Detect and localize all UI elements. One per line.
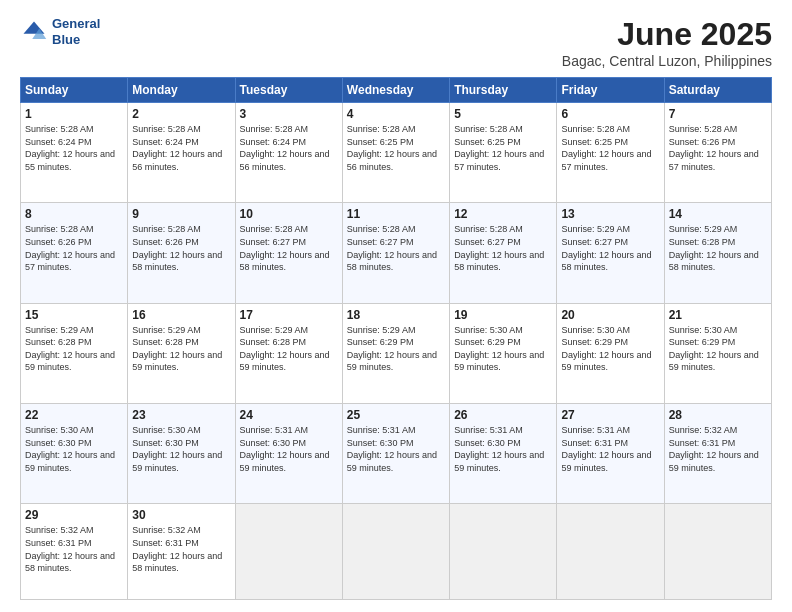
day-info: Sunrise: 5:28 AMSunset: 6:26 PMDaylight:… (25, 224, 115, 272)
day-number: 1 (25, 107, 123, 121)
day-info: Sunrise: 5:28 AMSunset: 6:27 PMDaylight:… (240, 224, 330, 272)
day-info: Sunrise: 5:29 AMSunset: 6:27 PMDaylight:… (561, 224, 651, 272)
calendar-row: 1Sunrise: 5:28 AMSunset: 6:24 PMDaylight… (21, 103, 772, 203)
logo: General Blue (20, 16, 100, 47)
calendar-cell (557, 504, 664, 600)
day-info: Sunrise: 5:28 AMSunset: 6:25 PMDaylight:… (454, 124, 544, 172)
day-number: 25 (347, 408, 445, 422)
calendar-cell: 18Sunrise: 5:29 AMSunset: 6:29 PMDayligh… (342, 303, 449, 403)
calendar-cell: 5Sunrise: 5:28 AMSunset: 6:25 PMDaylight… (450, 103, 557, 203)
day-info: Sunrise: 5:31 AMSunset: 6:31 PMDaylight:… (561, 425, 651, 473)
calendar-cell: 12Sunrise: 5:28 AMSunset: 6:27 PMDayligh… (450, 203, 557, 303)
calendar-cell: 9Sunrise: 5:28 AMSunset: 6:26 PMDaylight… (128, 203, 235, 303)
day-number: 4 (347, 107, 445, 121)
day-number: 10 (240, 207, 338, 221)
day-number: 22 (25, 408, 123, 422)
day-info: Sunrise: 5:28 AMSunset: 6:25 PMDaylight:… (347, 124, 437, 172)
calendar-cell: 20Sunrise: 5:30 AMSunset: 6:29 PMDayligh… (557, 303, 664, 403)
day-info: Sunrise: 5:30 AMSunset: 6:29 PMDaylight:… (561, 325, 651, 373)
weekday-header: Sunday (21, 78, 128, 103)
calendar-cell: 15Sunrise: 5:29 AMSunset: 6:28 PMDayligh… (21, 303, 128, 403)
day-info: Sunrise: 5:28 AMSunset: 6:27 PMDaylight:… (347, 224, 437, 272)
calendar-cell (664, 504, 771, 600)
day-info: Sunrise: 5:30 AMSunset: 6:29 PMDaylight:… (669, 325, 759, 373)
day-number: 13 (561, 207, 659, 221)
day-number: 2 (132, 107, 230, 121)
calendar-cell: 2Sunrise: 5:28 AMSunset: 6:24 PMDaylight… (128, 103, 235, 203)
weekday-header: Wednesday (342, 78, 449, 103)
day-info: Sunrise: 5:31 AMSunset: 6:30 PMDaylight:… (240, 425, 330, 473)
day-info: Sunrise: 5:29 AMSunset: 6:28 PMDaylight:… (669, 224, 759, 272)
calendar-cell (342, 504, 449, 600)
weekday-header: Monday (128, 78, 235, 103)
day-info: Sunrise: 5:32 AMSunset: 6:31 PMDaylight:… (669, 425, 759, 473)
day-info: Sunrise: 5:32 AMSunset: 6:31 PMDaylight:… (132, 525, 222, 573)
logo-line1: General (52, 16, 100, 31)
calendar-row: 8Sunrise: 5:28 AMSunset: 6:26 PMDaylight… (21, 203, 772, 303)
day-number: 28 (669, 408, 767, 422)
calendar-cell: 16Sunrise: 5:29 AMSunset: 6:28 PMDayligh… (128, 303, 235, 403)
day-info: Sunrise: 5:28 AMSunset: 6:26 PMDaylight:… (132, 224, 222, 272)
calendar-cell: 26Sunrise: 5:31 AMSunset: 6:30 PMDayligh… (450, 403, 557, 503)
logo-text: General Blue (52, 16, 100, 47)
calendar-cell: 29Sunrise: 5:32 AMSunset: 6:31 PMDayligh… (21, 504, 128, 600)
day-number: 7 (669, 107, 767, 121)
day-info: Sunrise: 5:31 AMSunset: 6:30 PMDaylight:… (454, 425, 544, 473)
day-info: Sunrise: 5:28 AMSunset: 6:24 PMDaylight:… (25, 124, 115, 172)
day-info: Sunrise: 5:31 AMSunset: 6:30 PMDaylight:… (347, 425, 437, 473)
day-info: Sunrise: 5:28 AMSunset: 6:26 PMDaylight:… (669, 124, 759, 172)
calendar-cell: 23Sunrise: 5:30 AMSunset: 6:30 PMDayligh… (128, 403, 235, 503)
weekday-header: Thursday (450, 78, 557, 103)
calendar-cell: 13Sunrise: 5:29 AMSunset: 6:27 PMDayligh… (557, 203, 664, 303)
day-number: 5 (454, 107, 552, 121)
calendar-cell: 19Sunrise: 5:30 AMSunset: 6:29 PMDayligh… (450, 303, 557, 403)
calendar-cell (235, 504, 342, 600)
title-block: June 2025 Bagac, Central Luzon, Philippi… (562, 16, 772, 69)
calendar-cell: 22Sunrise: 5:30 AMSunset: 6:30 PMDayligh… (21, 403, 128, 503)
day-info: Sunrise: 5:30 AMSunset: 6:29 PMDaylight:… (454, 325, 544, 373)
calendar-cell: 3Sunrise: 5:28 AMSunset: 6:24 PMDaylight… (235, 103, 342, 203)
weekday-header: Saturday (664, 78, 771, 103)
day-number: 18 (347, 308, 445, 322)
weekday-header: Tuesday (235, 78, 342, 103)
calendar-cell: 8Sunrise: 5:28 AMSunset: 6:26 PMDaylight… (21, 203, 128, 303)
calendar-cell: 14Sunrise: 5:29 AMSunset: 6:28 PMDayligh… (664, 203, 771, 303)
page: General Blue June 2025 Bagac, Central Lu… (0, 0, 792, 612)
header: General Blue June 2025 Bagac, Central Lu… (20, 16, 772, 69)
day-info: Sunrise: 5:29 AMSunset: 6:28 PMDaylight:… (240, 325, 330, 373)
day-info: Sunrise: 5:28 AMSunset: 6:27 PMDaylight:… (454, 224, 544, 272)
day-info: Sunrise: 5:29 AMSunset: 6:28 PMDaylight:… (132, 325, 222, 373)
day-number: 3 (240, 107, 338, 121)
calendar-cell: 11Sunrise: 5:28 AMSunset: 6:27 PMDayligh… (342, 203, 449, 303)
day-number: 15 (25, 308, 123, 322)
day-info: Sunrise: 5:32 AMSunset: 6:31 PMDaylight:… (25, 525, 115, 573)
calendar-row: 15Sunrise: 5:29 AMSunset: 6:28 PMDayligh… (21, 303, 772, 403)
calendar-cell: 21Sunrise: 5:30 AMSunset: 6:29 PMDayligh… (664, 303, 771, 403)
weekday-header: Friday (557, 78, 664, 103)
day-info: Sunrise: 5:30 AMSunset: 6:30 PMDaylight:… (25, 425, 115, 473)
weekday-header-row: SundayMondayTuesdayWednesdayThursdayFrid… (21, 78, 772, 103)
logo-line2: Blue (52, 32, 80, 47)
day-number: 16 (132, 308, 230, 322)
day-number: 9 (132, 207, 230, 221)
day-info: Sunrise: 5:30 AMSunset: 6:30 PMDaylight:… (132, 425, 222, 473)
day-info: Sunrise: 5:28 AMSunset: 6:24 PMDaylight:… (132, 124, 222, 172)
day-number: 20 (561, 308, 659, 322)
calendar-cell: 25Sunrise: 5:31 AMSunset: 6:30 PMDayligh… (342, 403, 449, 503)
day-number: 30 (132, 508, 230, 522)
calendar-cell: 27Sunrise: 5:31 AMSunset: 6:31 PMDayligh… (557, 403, 664, 503)
calendar-cell: 28Sunrise: 5:32 AMSunset: 6:31 PMDayligh… (664, 403, 771, 503)
calendar-body: 1Sunrise: 5:28 AMSunset: 6:24 PMDaylight… (21, 103, 772, 600)
calendar-cell: 17Sunrise: 5:29 AMSunset: 6:28 PMDayligh… (235, 303, 342, 403)
day-number: 11 (347, 207, 445, 221)
day-info: Sunrise: 5:28 AMSunset: 6:25 PMDaylight:… (561, 124, 651, 172)
calendar-row: 29Sunrise: 5:32 AMSunset: 6:31 PMDayligh… (21, 504, 772, 600)
calendar-cell: 30Sunrise: 5:32 AMSunset: 6:31 PMDayligh… (128, 504, 235, 600)
day-number: 8 (25, 207, 123, 221)
calendar-table: SundayMondayTuesdayWednesdayThursdayFrid… (20, 77, 772, 600)
day-number: 12 (454, 207, 552, 221)
subtitle: Bagac, Central Luzon, Philippines (562, 53, 772, 69)
day-info: Sunrise: 5:29 AMSunset: 6:29 PMDaylight:… (347, 325, 437, 373)
calendar-cell: 10Sunrise: 5:28 AMSunset: 6:27 PMDayligh… (235, 203, 342, 303)
day-number: 26 (454, 408, 552, 422)
